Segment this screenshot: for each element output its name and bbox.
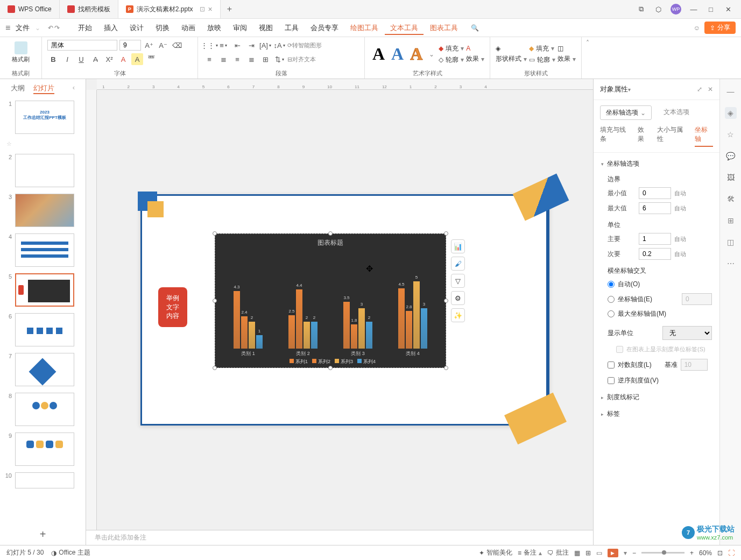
- panel-icon[interactable]: ⧉: [636, 5, 646, 13]
- highlight-button[interactable]: A: [131, 53, 143, 65]
- zoom-out-button[interactable]: −: [632, 549, 636, 557]
- thumbnails-list[interactable]: 12023工作总结汇报PPT模板 ☆ 2 3 4 5 6 7 8 9 10: [0, 98, 86, 524]
- radio-max-axis[interactable]: [608, 310, 615, 317]
- app-tab-wps[interactable]: WPS Office: [0, 0, 60, 18]
- resize-handle[interactable]: [213, 366, 217, 370]
- rail-template-icon[interactable]: ⊞: [725, 215, 737, 226]
- view-sorter-icon[interactable]: ⊞: [585, 549, 591, 557]
- resize-handle[interactable]: [213, 299, 217, 303]
- outline-tab[interactable]: 大纲: [11, 83, 25, 94]
- slideshow-button[interactable]: ▶: [608, 549, 618, 557]
- menu-design[interactable]: 设计: [124, 21, 149, 35]
- subtab-size[interactable]: 大小与属性: [657, 125, 687, 147]
- italic-button[interactable]: I: [61, 53, 73, 65]
- file-menu[interactable]: 文件: [11, 21, 34, 35]
- format-brush-button[interactable]: 格式刷: [5, 39, 36, 66]
- zoom-slider[interactable]: [641, 552, 684, 554]
- superscript-button[interactable]: X²: [103, 53, 115, 65]
- menu-view[interactable]: 视图: [253, 21, 278, 35]
- slides-tab[interactable]: 幻灯片: [33, 83, 54, 94]
- properties-body[interactable]: 坐标轴选项 边界 最小值 自动 最大值 自动 单位 主要 自动 次要 自动: [594, 153, 719, 545]
- indent-right-button[interactable]: ⇥: [245, 39, 257, 51]
- menu-transition[interactable]: 切换: [150, 21, 175, 35]
- notes-bar[interactable]: 单击此处添加备注: [86, 530, 593, 545]
- shape-3d-button[interactable]: ◫: [557, 45, 576, 52]
- font-size-select[interactable]: [119, 40, 141, 51]
- rail-resources-icon[interactable]: ◫: [725, 236, 737, 248]
- cube-icon[interactable]: ⬡: [653, 5, 663, 13]
- slide-thumb-10[interactable]: [15, 472, 74, 488]
- axis-options-dropdown[interactable]: 坐标轴选项⌄: [600, 105, 652, 120]
- major-unit-input[interactable]: [639, 233, 671, 245]
- text-fill-button[interactable]: ◆填充▾: [439, 44, 464, 53]
- maximize-button[interactable]: □: [706, 5, 716, 13]
- align-right-button[interactable]: ≡: [231, 53, 243, 65]
- menu-start[interactable]: 开始: [73, 21, 97, 35]
- section-axis-options[interactable]: 坐标轴选项: [601, 159, 712, 168]
- font-family-select[interactable]: [47, 40, 117, 51]
- subtab-axis[interactable]: 坐标轴: [695, 125, 713, 147]
- menu-review[interactable]: 审阅: [228, 21, 252, 35]
- text-effects-a-button[interactable]: A: [466, 45, 484, 52]
- resize-handle[interactable]: [328, 366, 333, 370]
- rail-star-icon[interactable]: ☆: [725, 129, 737, 140]
- search-icon[interactable]: 🔍: [471, 24, 479, 32]
- decrease-font-icon[interactable]: A⁻: [157, 39, 169, 51]
- line-spacing-button[interactable]: ↕A: [273, 39, 285, 51]
- strikethrough-button[interactable]: A̶: [89, 53, 101, 65]
- menu-chart-tools[interactable]: 图表工具: [425, 21, 463, 35]
- view-reading-icon[interactable]: ▭: [596, 549, 602, 557]
- ribbon-collapse[interactable]: ˄: [582, 37, 594, 79]
- shape-style-dropdown[interactable]: 形状样式▾: [496, 54, 527, 63]
- resize-handle[interactable]: [213, 231, 217, 236]
- resize-handle[interactable]: [444, 366, 448, 370]
- slide-thumb-4[interactable]: [15, 233, 74, 267]
- subtab-effects[interactable]: 效果: [638, 125, 650, 147]
- app-tab-document[interactable]: P演示文稿素材2.pptx⊡×: [118, 0, 221, 18]
- menu-animation[interactable]: 动画: [176, 21, 201, 35]
- slide-thumb-6[interactable]: [15, 313, 74, 346]
- wordart-preset-3[interactable]: A: [410, 44, 422, 64]
- red-badge[interactable]: 举例 文字 内容: [158, 287, 187, 327]
- radio-auto[interactable]: [608, 281, 615, 288]
- smart-shape-button[interactable]: ⟳ 转智能图形: [287, 39, 322, 51]
- font-color-button[interactable]: A: [117, 53, 129, 65]
- reverse-order-checkbox[interactable]: [608, 377, 615, 384]
- close-button[interactable]: ✕: [723, 5, 733, 13]
- resize-handle[interactable]: [444, 299, 448, 303]
- view-normal-icon[interactable]: ▦: [574, 549, 580, 557]
- distribute-button[interactable]: ⊞: [259, 53, 271, 65]
- chart-filter-button[interactable]: ▽: [451, 274, 465, 288]
- increase-font-icon[interactable]: A⁺: [143, 39, 155, 51]
- close-icon[interactable]: ×: [208, 5, 213, 13]
- chart-object[interactable]: 图表标题 4.32.421类别 12.54.422类别 23.51.832类别 …: [215, 233, 446, 368]
- menu-text-tools[interactable]: 文本工具: [385, 21, 424, 35]
- redo-button[interactable]: ↷: [54, 24, 60, 32]
- pin-icon[interactable]: ⤢: [697, 86, 702, 93]
- thumbs-collapse-icon[interactable]: ‹: [73, 83, 75, 94]
- add-slide-button[interactable]: +: [0, 524, 86, 545]
- align-left-button[interactable]: ≡: [203, 53, 215, 65]
- align-justify-button[interactable]: ≣: [245, 53, 257, 65]
- user-avatar[interactable]: WP: [671, 4, 681, 15]
- text-direction-button[interactable]: [A]: [259, 39, 271, 51]
- slide-thumb-1[interactable]: 2023工作总结汇报PPT模板: [15, 101, 74, 134]
- rail-properties-icon[interactable]: ◈: [725, 107, 737, 119]
- display-unit-select[interactable]: 无: [662, 326, 712, 340]
- wordart-more-icon[interactable]: ⌄: [429, 51, 434, 58]
- slide-thumb-9[interactable]: [15, 433, 74, 466]
- smiley-icon[interactable]: ☺: [694, 24, 700, 32]
- min-value-input[interactable]: [639, 187, 671, 199]
- chart-magic-button[interactable]: ✨: [451, 308, 465, 322]
- zoom-in-button[interactable]: +: [690, 549, 694, 557]
- chart-elements-button[interactable]: 📊: [451, 239, 465, 253]
- tab-menu-icon[interactable]: ⊡: [200, 5, 205, 13]
- subtab-fill-line[interactable]: 填充与线条: [600, 125, 630, 147]
- text-outline-button[interactable]: ◇轮廓▾: [439, 55, 464, 65]
- shape-outline-button[interactable]: ▭轮廓▾: [529, 55, 555, 65]
- max-value-input[interactable]: [639, 202, 671, 214]
- log-scale-checkbox[interactable]: [608, 361, 615, 368]
- new-tab-button[interactable]: +: [221, 4, 238, 14]
- slide-thumb-8[interactable]: [15, 393, 74, 426]
- bullet-list-button[interactable]: ⋮⋮: [203, 39, 215, 51]
